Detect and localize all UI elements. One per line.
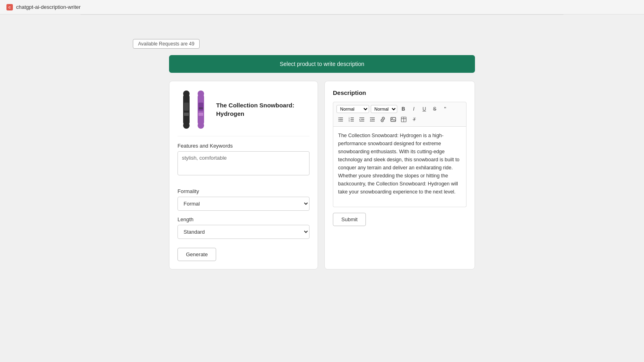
svg-rect-12 [199,107,203,109]
quote-button[interactable]: " [441,105,450,113]
format-select-1[interactable]: Normal Heading 1 Heading 2 [336,105,369,113]
right-panel: Description Normal Heading 1 Heading 2 N… [324,81,475,269]
underline-button[interactable]: U [420,105,429,113]
editor-body[interactable]: The Collection Snowboard: Hydrogen is a … [333,127,466,207]
submit-button[interactable]: Submit [333,213,366,226]
app-icon: C [6,4,13,10]
app-title: chatgpt-ai-description-writer [16,4,80,10]
svg-point-11 [198,122,204,129]
svg-rect-8 [198,103,203,111]
generate-button[interactable]: Generate [178,248,216,261]
requests-badge: Available Requests are 49 [133,39,200,49]
formality-group: Formality Formal Casual Informal [178,188,310,211]
svg-marker-28 [359,119,361,120]
length-group: Length Standard Short Long [178,216,310,239]
features-input[interactable]: stylish, comfortable [178,151,310,175]
formality-label: Formality [178,188,310,194]
indent-decrease-button[interactable] [357,115,366,124]
main-content: Available Requests are 49 Select product… [0,15,644,269]
svg-point-18 [339,121,339,121]
select-product-banner: Select product to write description [169,55,475,73]
svg-point-10 [198,90,204,97]
formality-select[interactable]: Formal Casual Informal [178,197,310,211]
product-image [178,89,210,130]
length-select[interactable]: Standard Short Long [178,225,310,239]
link-button[interactable] [378,115,387,124]
snowboard-black [180,90,193,129]
svg-point-5 [183,90,190,97]
format-select-2[interactable]: Normal Large Small [371,105,397,113]
svg-rect-3 [184,103,189,111]
length-label: Length [178,216,310,222]
features-group: Features and Keywords stylish, comfortab… [178,143,310,183]
bold-button[interactable]: B [399,105,408,113]
image-button[interactable] [389,115,398,124]
toolbar-row-2: 123 [336,115,463,124]
description-title: Description [333,89,466,96]
left-panel: The Collection Snowboard: Hydrogen Featu… [169,81,318,269]
list-bullet-button[interactable] [336,115,345,124]
list-numbered-button[interactable]: 123 [347,115,356,124]
table-button[interactable] [399,115,408,124]
panel-row: The Collection Snowboard: Hydrogen Featu… [169,81,475,269]
svg-text:C: C [8,6,11,9]
italic-button[interactable]: I [409,105,418,113]
indent-increase-button[interactable] [368,115,377,124]
product-header: The Collection Snowboard: Hydrogen [178,89,310,136]
svg-point-6 [183,122,190,129]
svg-rect-9 [198,113,203,116]
snowboard-container [180,90,207,129]
svg-marker-32 [370,119,371,120]
svg-point-17 [339,119,339,120]
svg-text:3: 3 [349,120,350,122]
product-name: The Collection Snowboard: Hydrogen [216,101,310,118]
strikethrough-button[interactable]: S [430,105,439,113]
snowboard-purple [194,90,207,129]
clear-format-button[interactable]: T [410,115,419,124]
features-label: Features and Keywords [178,143,310,149]
svg-rect-4 [184,113,189,116]
toolbar-row-1: Normal Heading 1 Heading 2 Normal Large … [336,105,463,113]
svg-point-16 [339,117,339,118]
editor-toolbar: Normal Heading 1 Heading 2 Normal Large … [333,102,466,127]
titlebar: C chatgpt-ai-description-writer [0,0,644,14]
